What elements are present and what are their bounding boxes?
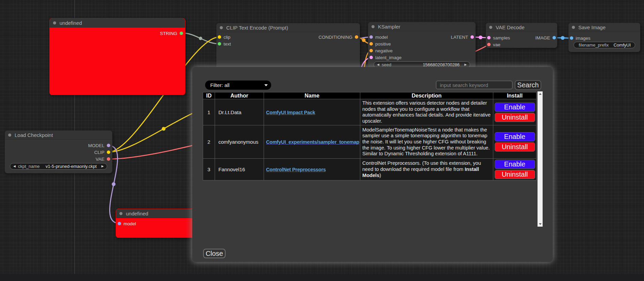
slot-dot-icon[interactable]: [218, 42, 221, 46]
output-slot-model[interactable]: MODEL: [88, 143, 110, 148]
input-slot-vae[interactable]: vae: [487, 42, 500, 47]
custom-nodes-manager-dialog: Filter: all Search ID Author Name Descri…: [192, 67, 553, 262]
scroll-down-arrow-icon[interactable]: [538, 222, 543, 227]
filename-prefix-widget[interactable]: filename_prefix ComfyUI: [574, 42, 635, 48]
table-header-row: ID Author Name Description Install: [203, 92, 536, 99]
node-ksampler[interactable]: KSampler model positive negative latent_…: [368, 22, 476, 70]
enable-button[interactable]: Enable: [495, 132, 535, 141]
collapse-dot-icon[interactable]: [53, 21, 56, 24]
input-slot-clip[interactable]: clip: [218, 35, 230, 39]
input-slot-negative[interactable]: negative: [369, 48, 393, 53]
output-slot-clip[interactable]: CLIP: [94, 150, 110, 155]
node-title-bar[interactable]: KSampler: [368, 22, 476, 31]
node-save-image[interactable]: Save Image images filename_prefix ComfyU…: [568, 23, 640, 52]
column-header-author: Author: [215, 92, 264, 99]
slot-dot-icon[interactable]: [487, 43, 491, 46]
cell-id: 3: [203, 159, 215, 180]
uninstall-button[interactable]: Uninstall: [495, 113, 535, 122]
node-title: undefined: [126, 209, 148, 218]
slot-dot-icon[interactable]: [369, 35, 373, 39]
scroll-up-arrow-icon[interactable]: [538, 91, 543, 96]
node-title: Load Checkpoint: [15, 130, 53, 140]
output-slot-image[interactable]: IMAGE: [535, 35, 556, 40]
input-slot-model[interactable]: model: [118, 221, 136, 226]
extension-link[interactable]: ComfyUI_experiments/sampler_tonemap: [266, 139, 359, 145]
node-title: Save Image: [578, 23, 606, 32]
cell-author: Fannovel16: [215, 159, 264, 180]
enable-button[interactable]: Enable: [495, 160, 535, 169]
collapse-dot-icon[interactable]: [371, 25, 375, 28]
input-slot-samples[interactable]: samples: [487, 35, 510, 40]
extension-link[interactable]: ComfyUI Impact Pack: [266, 110, 315, 115]
slot-dot-icon[interactable]: [107, 151, 110, 154]
output-slot-vae[interactable]: VAE: [96, 157, 110, 161]
ckpt-name-widget[interactable]: ◀ ckpt_name v1-5-pruned-emaonly.ckpt ▶: [10, 163, 107, 170]
input-slot-latent-image[interactable]: latent_image: [369, 55, 401, 60]
slot-dot-icon[interactable]: [470, 35, 474, 39]
input-slot-model[interactable]: model: [369, 35, 388, 39]
input-slot-text[interactable]: text: [218, 41, 231, 46]
wire-latent-dot: [479, 36, 482, 39]
table-scrollbar[interactable]: [538, 91, 543, 227]
node-title-bar[interactable]: VAE Decode: [486, 23, 557, 32]
collapse-dot-icon[interactable]: [119, 212, 122, 215]
slot-dot-icon[interactable]: [487, 36, 491, 39]
input-slot-images[interactable]: images: [570, 36, 591, 40]
output-slot-latent[interactable]: LATENT: [451, 35, 474, 39]
input-slot-positive[interactable]: positive: [369, 41, 391, 46]
node-load-checkpoint[interactable]: Load Checkpoint MODEL CLIP VAE ◀ ckpt_na…: [5, 130, 112, 173]
collapse-dot-icon[interactable]: [220, 26, 223, 29]
slot-dot-icon[interactable]: [118, 222, 121, 225]
collapse-dot-icon[interactable]: [572, 26, 575, 29]
slot-dot-icon[interactable]: [369, 49, 373, 52]
cell-description: ControlNet Preprocessors. (To use this e…: [360, 159, 493, 180]
node-clip-text-encode[interactable]: CLIP Text Encode (Prompt) clip text COND…: [216, 23, 360, 70]
output-slot-conditioning[interactable]: CONDITIONING: [318, 35, 358, 39]
search-button[interactable]: Search: [515, 80, 541, 90]
cell-install: Enable Uninstall: [493, 99, 536, 125]
node-title: VAE Decode: [496, 23, 525, 32]
search-input[interactable]: [436, 81, 513, 89]
node-undefined-top[interactable]: undefined STRING: [49, 18, 185, 95]
table-row: 2 comfyanonymous ComfyUI_experiments/sam…: [203, 125, 536, 159]
node-title-bar[interactable]: CLIP Text Encode (Prompt): [216, 23, 360, 32]
wire-model-down-dot: [112, 182, 116, 186]
slot-dot-icon[interactable]: [355, 35, 358, 39]
collapse-dot-icon[interactable]: [8, 134, 11, 137]
decrement-arrow-icon[interactable]: ◀: [13, 163, 16, 170]
close-button[interactable]: Close: [203, 249, 226, 258]
slot-dot-icon[interactable]: [107, 157, 110, 161]
node-title-bar[interactable]: Save Image: [568, 23, 640, 32]
increment-arrow-icon[interactable]: ▶: [101, 163, 104, 170]
slot-dot-icon[interactable]: [369, 56, 373, 59]
slot-dot-icon[interactable]: [107, 144, 110, 147]
cell-install: Enable Uninstall: [493, 159, 536, 180]
wire-image-dot: [561, 36, 565, 40]
collapse-dot-icon[interactable]: [489, 26, 492, 29]
filter-select[interactable]: Filter: all: [205, 81, 271, 90]
cell-description: ModelSamplerTonemapNoiseTest a node that…: [360, 125, 493, 159]
uninstall-button[interactable]: Uninstall: [495, 142, 535, 152]
slot-dot-icon[interactable]: [369, 42, 373, 46]
cell-install: Enable Uninstall: [493, 125, 536, 159]
output-slot-string[interactable]: STRING: [160, 31, 183, 36]
slot-dot-icon[interactable]: [180, 32, 183, 35]
column-header-name: Name: [264, 92, 360, 99]
wire-clip-b-dot: [162, 127, 166, 131]
column-header-install: Install: [493, 92, 536, 99]
slot-dot-icon[interactable]: [218, 35, 221, 39]
column-header-description: Description: [360, 92, 493, 99]
cell-id: 1: [203, 99, 215, 125]
node-vae-decode[interactable]: VAE Decode samples vae IMAGE: [486, 23, 557, 48]
comfyui-app: undefined STRING CLIP Text Encode (Promp…: [0, 0, 644, 281]
node-title-bar[interactable]: Load Checkpoint: [5, 130, 112, 140]
slot-dot-icon[interactable]: [552, 36, 556, 39]
enable-button[interactable]: Enable: [495, 103, 535, 112]
uninstall-button[interactable]: Uninstall: [495, 170, 535, 179]
cell-author: comfyanonymous: [215, 125, 264, 159]
table-row: 1 Dr.Lt.Data ComfyUI Impact Pack This ex…: [203, 99, 536, 125]
extension-link[interactable]: ControlNet Preprocessors: [266, 167, 326, 172]
cell-name: ComfyUI Impact Pack: [264, 99, 360, 125]
node-title-bar[interactable]: undefined: [50, 18, 185, 28]
slot-dot-icon[interactable]: [570, 36, 573, 40]
